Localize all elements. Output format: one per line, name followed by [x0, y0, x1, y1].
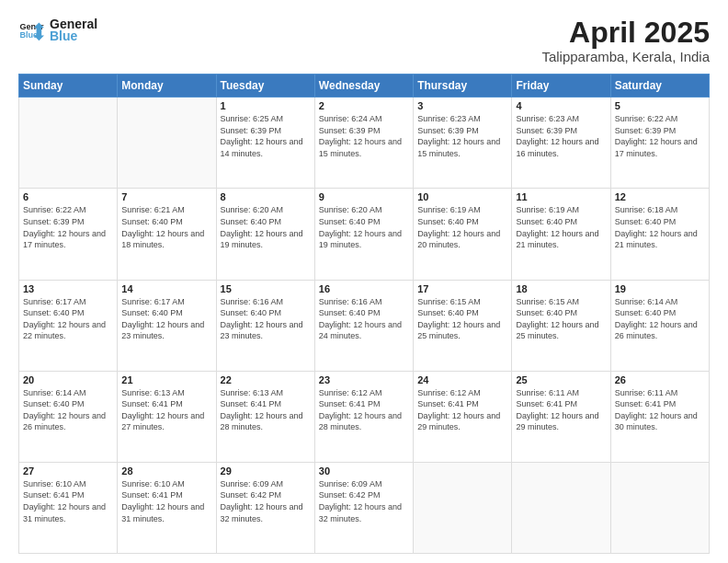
day-info: Sunrise: 6:15 AMSunset: 6:40 PMDaylight:… [516, 296, 606, 342]
calendar-cell [610, 462, 709, 553]
day-info: Sunrise: 6:13 AMSunset: 6:41 PMDaylight:… [121, 387, 211, 433]
day-info: Sunrise: 6:17 AMSunset: 6:40 PMDaylight:… [121, 296, 211, 342]
calendar-cell: 18Sunrise: 6:15 AMSunset: 6:40 PMDayligh… [512, 280, 610, 371]
day-number: 15 [221, 283, 311, 294]
calendar-cell: 5Sunrise: 6:22 AMSunset: 6:39 PMDaylight… [610, 98, 709, 189]
day-info: Sunrise: 6:10 AMSunset: 6:41 PMDaylight:… [121, 478, 211, 524]
day-number: 10 [417, 191, 507, 202]
week-row: 20Sunrise: 6:14 AMSunset: 6:40 PMDayligh… [19, 371, 710, 462]
calendar-cell: 20Sunrise: 6:14 AMSunset: 6:40 PMDayligh… [19, 371, 118, 462]
logo-blue: Blue [50, 29, 97, 43]
day-number: 11 [516, 191, 606, 202]
week-row: 13Sunrise: 6:17 AMSunset: 6:40 PMDayligh… [19, 280, 710, 371]
day-info: Sunrise: 6:24 AMSunset: 6:39 PMDaylight:… [319, 113, 409, 159]
calendar-cell: 11Sunrise: 6:19 AMSunset: 6:40 PMDayligh… [512, 189, 610, 280]
logo-icon: General Blue [18, 17, 44, 43]
day-info: Sunrise: 6:22 AMSunset: 6:39 PMDaylight:… [23, 204, 113, 250]
week-row: 6Sunrise: 6:22 AMSunset: 6:39 PMDaylight… [19, 189, 710, 280]
logo-text-block: General Blue [50, 17, 97, 43]
day-info: Sunrise: 6:09 AMSunset: 6:42 PMDaylight:… [221, 478, 311, 524]
calendar-cell: 4Sunrise: 6:23 AMSunset: 6:39 PMDaylight… [512, 98, 610, 189]
calendar-cell: 30Sunrise: 6:09 AMSunset: 6:42 PMDayligh… [314, 462, 413, 553]
calendar-cell: 15Sunrise: 6:16 AMSunset: 6:40 PMDayligh… [216, 280, 314, 371]
weekday-header: Monday [118, 75, 216, 98]
calendar-cell: 25Sunrise: 6:11 AMSunset: 6:41 PMDayligh… [512, 371, 610, 462]
day-number: 2 [319, 100, 409, 111]
calendar-cell: 6Sunrise: 6:22 AMSunset: 6:39 PMDaylight… [19, 189, 118, 280]
svg-text:Blue: Blue [19, 30, 38, 40]
calendar-cell: 12Sunrise: 6:18 AMSunset: 6:40 PMDayligh… [610, 189, 709, 280]
day-number: 16 [319, 283, 409, 294]
calendar-cell: 8Sunrise: 6:20 AMSunset: 6:40 PMDaylight… [216, 189, 314, 280]
day-info: Sunrise: 6:11 AMSunset: 6:41 PMDaylight:… [516, 387, 606, 433]
calendar-cell: 1Sunrise: 6:25 AMSunset: 6:39 PMDaylight… [216, 98, 314, 189]
day-info: Sunrise: 6:20 AMSunset: 6:40 PMDaylight:… [221, 204, 311, 250]
weekday-header: Thursday [414, 75, 512, 98]
day-number: 4 [516, 100, 606, 111]
calendar-cell: 9Sunrise: 6:20 AMSunset: 6:40 PMDaylight… [314, 189, 413, 280]
calendar-table: SundayMondayTuesdayWednesdayThursdayFrid… [18, 74, 710, 554]
day-number: 22 [221, 374, 311, 385]
day-number: 8 [221, 191, 311, 202]
day-number: 18 [516, 283, 606, 294]
day-number: 27 [23, 465, 113, 477]
day-number: 1 [221, 100, 311, 111]
calendar-cell: 22Sunrise: 6:13 AMSunset: 6:41 PMDayligh… [216, 371, 314, 462]
day-number: 20 [23, 374, 113, 385]
day-info: Sunrise: 6:25 AMSunset: 6:39 PMDaylight:… [221, 113, 311, 159]
day-number: 21 [121, 374, 211, 385]
calendar-cell [512, 462, 610, 553]
title-block: April 2025 Talipparamba, Kerala, India [541, 17, 710, 64]
day-number: 9 [319, 191, 409, 202]
day-info: Sunrise: 6:18 AMSunset: 6:40 PMDaylight:… [615, 204, 705, 250]
day-info: Sunrise: 6:22 AMSunset: 6:39 PMDaylight:… [615, 113, 705, 159]
calendar-cell: 28Sunrise: 6:10 AMSunset: 6:41 PMDayligh… [118, 462, 216, 553]
week-row: 1Sunrise: 6:25 AMSunset: 6:39 PMDaylight… [19, 98, 710, 189]
day-number: 13 [23, 283, 113, 294]
day-number: 7 [121, 191, 211, 202]
day-number: 5 [615, 100, 705, 111]
day-info: Sunrise: 6:19 AMSunset: 6:40 PMDaylight:… [516, 204, 606, 250]
day-info: Sunrise: 6:15 AMSunset: 6:40 PMDaylight:… [417, 296, 507, 342]
day-number: 25 [516, 374, 606, 385]
weekday-header: Saturday [610, 75, 709, 98]
weekday-header: Tuesday [216, 75, 314, 98]
calendar-cell [19, 98, 118, 189]
calendar-cell: 24Sunrise: 6:12 AMSunset: 6:41 PMDayligh… [414, 371, 512, 462]
day-number: 29 [221, 465, 311, 477]
calendar-cell: 7Sunrise: 6:21 AMSunset: 6:40 PMDaylight… [118, 189, 216, 280]
day-info: Sunrise: 6:16 AMSunset: 6:40 PMDaylight:… [319, 296, 409, 342]
calendar-subtitle: Talipparamba, Kerala, India [541, 49, 710, 64]
day-info: Sunrise: 6:19 AMSunset: 6:40 PMDaylight:… [417, 204, 507, 250]
calendar-cell: 10Sunrise: 6:19 AMSunset: 6:40 PMDayligh… [414, 189, 512, 280]
day-info: Sunrise: 6:23 AMSunset: 6:39 PMDaylight:… [417, 113, 507, 159]
calendar-cell: 21Sunrise: 6:13 AMSunset: 6:41 PMDayligh… [118, 371, 216, 462]
day-info: Sunrise: 6:13 AMSunset: 6:41 PMDaylight:… [221, 387, 311, 433]
day-info: Sunrise: 6:14 AMSunset: 6:40 PMDaylight:… [23, 387, 113, 433]
day-number: 23 [319, 374, 409, 385]
calendar-cell: 14Sunrise: 6:17 AMSunset: 6:40 PMDayligh… [118, 280, 216, 371]
day-number: 30 [319, 465, 409, 477]
day-number: 19 [615, 283, 705, 294]
header: General Blue General Blue April 2025 Tal… [18, 17, 710, 64]
day-info: Sunrise: 6:11 AMSunset: 6:41 PMDaylight:… [615, 387, 705, 433]
day-number: 6 [23, 191, 113, 202]
logo: General Blue General Blue [18, 17, 97, 43]
calendar-cell: 19Sunrise: 6:14 AMSunset: 6:40 PMDayligh… [610, 280, 709, 371]
calendar-cell: 26Sunrise: 6:11 AMSunset: 6:41 PMDayligh… [610, 371, 709, 462]
day-info: Sunrise: 6:20 AMSunset: 6:40 PMDaylight:… [319, 204, 409, 250]
week-row: 27Sunrise: 6:10 AMSunset: 6:41 PMDayligh… [19, 462, 710, 553]
day-info: Sunrise: 6:12 AMSunset: 6:41 PMDaylight:… [417, 387, 507, 433]
day-number: 28 [121, 465, 211, 477]
weekday-header: Friday [512, 75, 610, 98]
calendar-cell: 23Sunrise: 6:12 AMSunset: 6:41 PMDayligh… [314, 371, 413, 462]
day-number: 26 [615, 374, 705, 385]
calendar-title: April 2025 [541, 17, 710, 49]
day-number: 12 [615, 191, 705, 202]
day-number: 14 [121, 283, 211, 294]
day-info: Sunrise: 6:23 AMSunset: 6:39 PMDaylight:… [516, 113, 606, 159]
calendar-cell [414, 462, 512, 553]
day-number: 3 [417, 100, 507, 111]
calendar-cell [118, 98, 216, 189]
day-info: Sunrise: 6:17 AMSunset: 6:40 PMDaylight:… [23, 296, 113, 342]
